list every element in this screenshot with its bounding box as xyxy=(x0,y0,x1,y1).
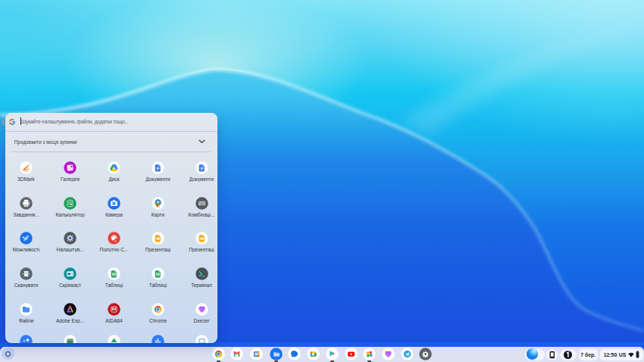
svg-text:64: 64 xyxy=(112,307,117,311)
svg-text:31: 31 xyxy=(255,352,258,355)
